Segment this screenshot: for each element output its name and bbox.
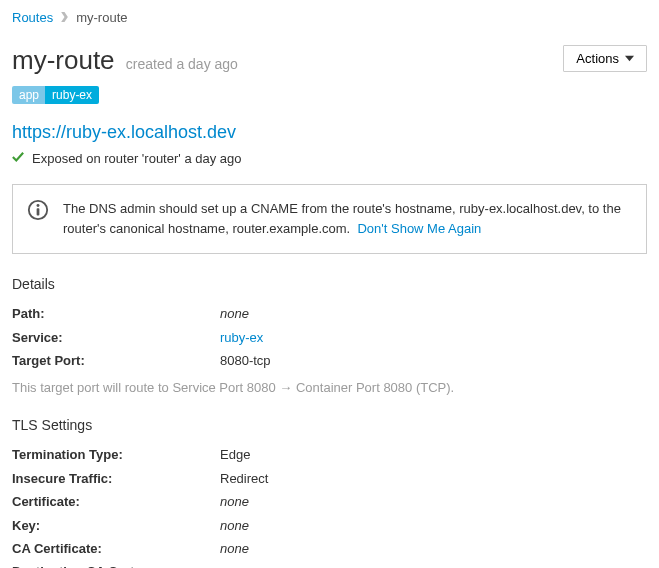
detail-label: Target Port: [12, 349, 220, 372]
detail-row-path: Path: none [12, 302, 647, 325]
breadcrumb-current: my-route [76, 10, 127, 25]
detail-value: none [220, 537, 249, 560]
detail-label: Destination CA Cert: [12, 560, 220, 568]
details-section: Details Path: none Service: ruby-ex Targ… [12, 276, 647, 395]
breadcrumb-parent-link[interactable]: Routes [12, 10, 53, 25]
detail-value: none [220, 302, 249, 325]
created-timestamp: created a day ago [126, 56, 238, 72]
tls-row-ca-cert: CA Certificate: none [12, 537, 647, 560]
breadcrumb: Routes my-route [12, 10, 647, 25]
detail-label: Service: [12, 326, 220, 349]
detail-label: Certificate: [12, 490, 220, 513]
detail-value: Edge [220, 443, 250, 466]
route-status: Exposed on router 'router' a day ago [12, 151, 647, 166]
label-tags: appruby-ex [12, 86, 647, 104]
detail-value: none [220, 514, 249, 537]
tag-value[interactable]: ruby-ex [45, 86, 99, 104]
detail-label: Key: [12, 514, 220, 537]
page-header: my-route created a day ago Actions [12, 45, 647, 76]
tls-row-insecure: Insecure Traffic: Redirect [12, 467, 647, 490]
detail-label: Path: [12, 302, 220, 325]
tls-section: TLS Settings Termination Type: Edge Inse… [12, 417, 647, 568]
tls-row-cert: Certificate: none [12, 490, 647, 513]
tls-table: Termination Type: Edge Insecure Traffic:… [12, 443, 647, 568]
svg-rect-2 [37, 208, 40, 215]
detail-value: Redirect [220, 467, 268, 490]
detail-value: none [220, 560, 249, 568]
svg-point-1 [37, 204, 40, 207]
route-url-link[interactable]: https://ruby-ex.localhost.dev [12, 122, 647, 143]
dns-info-message: The DNS admin should set up a CNAME from… [63, 199, 632, 239]
detail-label: Insecure Traffic: [12, 467, 220, 490]
service-link[interactable]: ruby-ex [220, 326, 263, 349]
actions-label: Actions [576, 51, 619, 66]
detail-label: CA Certificate: [12, 537, 220, 560]
detail-label: Termination Type: [12, 443, 220, 466]
route-status-text: Exposed on router 'router' a day ago [32, 151, 242, 166]
detail-value: none [220, 490, 249, 513]
details-title: Details [12, 276, 647, 292]
detail-value: 8080-tcp [220, 349, 271, 372]
chevron-right-icon [61, 10, 68, 25]
tls-title: TLS Settings [12, 417, 647, 433]
dns-info-text: The DNS admin should set up a CNAME from… [63, 201, 621, 236]
detail-row-service: Service: ruby-ex [12, 326, 647, 349]
detail-row-target-port: Target Port: 8080-tcp [12, 349, 647, 372]
route-name: my-route [12, 45, 115, 75]
check-icon [12, 151, 24, 166]
chevron-down-icon [625, 51, 634, 66]
details-table: Path: none Service: ruby-ex Target Port:… [12, 302, 647, 372]
page-title: my-route created a day ago [12, 45, 238, 76]
info-icon [27, 199, 49, 224]
tls-row-termination: Termination Type: Edge [12, 443, 647, 466]
tls-row-key: Key: none [12, 514, 647, 537]
dns-info-alert: The DNS admin should set up a CNAME from… [12, 184, 647, 254]
dismiss-link[interactable]: Don't Show Me Again [357, 221, 481, 236]
tls-row-dest-ca: Destination CA Cert: none [12, 560, 647, 568]
actions-button[interactable]: Actions [563, 45, 647, 72]
tag-key[interactable]: app [12, 86, 46, 104]
port-routing-note: This target port will route to Service P… [12, 380, 647, 395]
